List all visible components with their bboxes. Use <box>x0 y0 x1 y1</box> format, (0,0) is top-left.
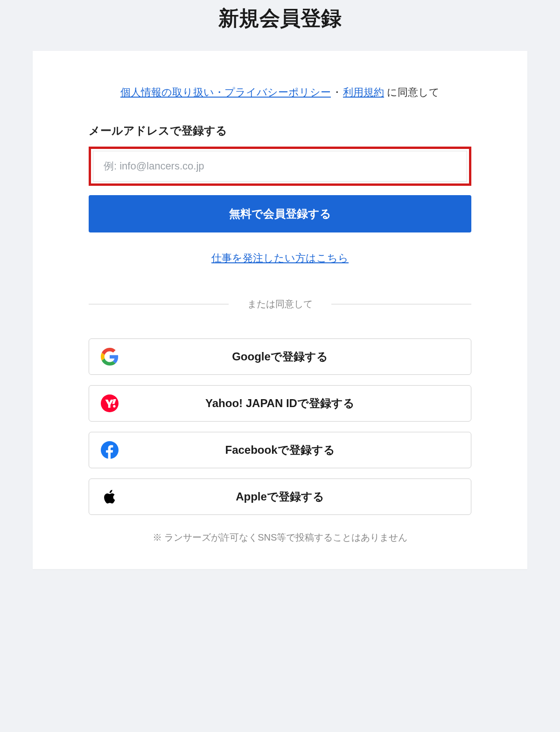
terms-link[interactable]: 利用規約 <box>343 86 384 98</box>
apple-signup-label: Appleで登録する <box>236 490 324 503</box>
signup-card: 個人情報の取り扱い・プライバシーポリシー・利用規約 に同意して メールアドレスで… <box>33 51 527 569</box>
divider: または同意して <box>89 298 471 310</box>
privacy-policy-link[interactable]: 個人情報の取り扱い・プライバシーポリシー <box>120 86 331 98</box>
facebook-signup-label: Facebookで登録する <box>225 443 335 456</box>
google-signup-button[interactable]: Googleで登録する <box>89 338 471 375</box>
facebook-icon <box>100 441 119 459</box>
divider-line-right <box>331 304 471 304</box>
facebook-signup-button[interactable]: Facebookで登録する <box>89 432 471 468</box>
consent-suffix: に同意して <box>384 86 440 98</box>
consent-text: 個人情報の取り扱い・プライバシーポリシー・利用規約 に同意して <box>89 84 471 101</box>
divider-label: または同意して <box>229 298 331 310</box>
google-icon <box>100 347 119 366</box>
apple-icon <box>100 487 119 506</box>
apple-signup-button[interactable]: Appleで登録する <box>89 479 471 515</box>
divider-line-left <box>89 304 229 304</box>
page-title: 新規会員登録 <box>0 5 560 32</box>
yahoo-signup-label: Yahoo! JAPAN IDで登録する <box>205 397 355 409</box>
email-input[interactable] <box>93 151 467 182</box>
register-button[interactable]: 無料で会員登録する <box>89 195 471 232</box>
client-signup-link[interactable]: 仕事を発注したい方はこちら <box>89 251 471 265</box>
sns-disclaimer: ※ ランサーズが許可なくSNS等で投稿することはありません <box>89 529 471 546</box>
yahoo-icon <box>100 394 119 413</box>
google-signup-label: Googleで登録する <box>232 350 328 363</box>
separator-dot: ・ <box>332 86 342 98</box>
yahoo-signup-button[interactable]: Yahoo! JAPAN IDで登録する <box>89 385 471 422</box>
email-section-heading: メールアドレスで登録する <box>89 123 471 138</box>
email-input-highlight <box>89 147 471 186</box>
